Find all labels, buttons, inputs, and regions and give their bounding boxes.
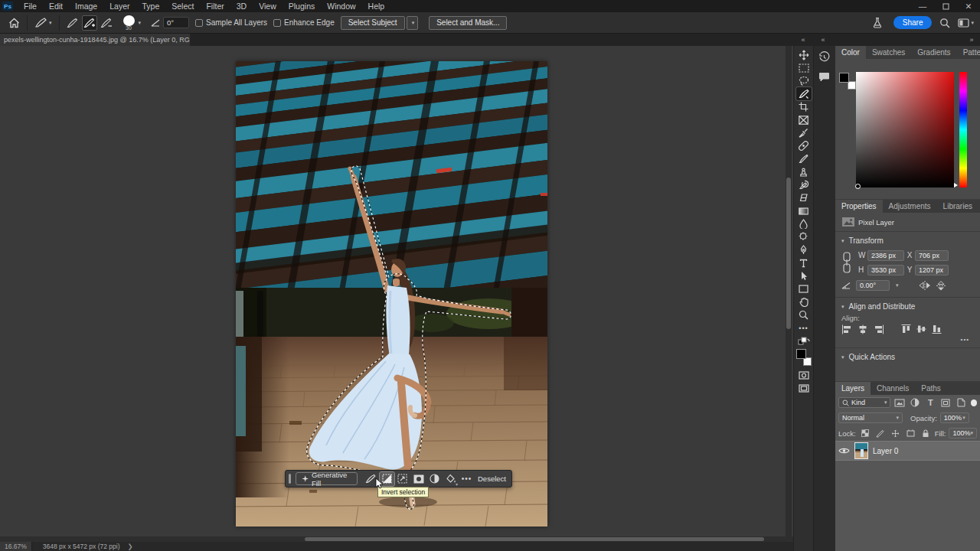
home-icon[interactable] <box>6 15 22 31</box>
menu-layer[interactable]: Layer <box>103 0 136 12</box>
width-field[interactable]: 2386 px <box>867 250 904 261</box>
document-tab[interactable]: pexels-wellington-cunha-1918445.jpg @ 16… <box>0 34 190 46</box>
tab-properties[interactable]: Properties <box>835 200 883 213</box>
menu-file[interactable]: File <box>18 0 43 12</box>
edit-toolbar-icon[interactable]: ••• <box>796 321 812 334</box>
lock-position-icon[interactable] <box>889 428 901 439</box>
taskbar-grip-handle[interactable] <box>289 474 291 484</box>
sample-all-layers-checkbox[interactable] <box>195 19 203 27</box>
menu-plugins[interactable]: Plugins <box>283 0 321 12</box>
vertical-scrollbar-thumb[interactable] <box>786 178 791 329</box>
add-to-selection-brush-icon[interactable] <box>82 15 97 31</box>
beta-features-icon[interactable] <box>872 17 883 28</box>
subtract-from-selection-brush-icon[interactable] <box>99 15 114 31</box>
align-left-icon[interactable] <box>841 324 852 334</box>
menu-edit[interactable]: Edit <box>43 0 69 12</box>
path-select-tool[interactable] <box>796 269 812 282</box>
clone-stamp-tool[interactable] <box>796 165 812 178</box>
shape-tool[interactable] <box>796 282 812 295</box>
link-dimensions-icon[interactable] <box>841 249 852 276</box>
tab-gradients[interactable]: Gradients <box>911 46 956 59</box>
layer-thumbnail[interactable] <box>854 442 868 459</box>
maximize-icon[interactable] <box>934 0 957 12</box>
filter-type-layers-icon[interactable]: T <box>924 397 936 408</box>
menu-type[interactable]: Type <box>136 0 165 12</box>
tab-channels[interactable]: Channels <box>871 382 915 395</box>
brush-size-picker[interactable]: 30 <box>121 15 137 31</box>
select-and-mask-button[interactable]: Select and Mask... <box>429 16 507 30</box>
hue-slider[interactable] <box>959 72 967 187</box>
quick-actions-header[interactable]: ▾ Quick Actions <box>835 348 980 364</box>
filter-adjustment-layers-icon[interactable] <box>909 397 921 408</box>
angle-field[interactable]: 0° <box>163 17 189 28</box>
flip-horizontal-icon[interactable] <box>919 281 931 290</box>
tab-layers[interactable]: Layers <box>835 382 871 395</box>
menu-filter[interactable]: Filter <box>200 0 230 12</box>
history-brush-tool[interactable] <box>796 178 812 191</box>
lock-artboard-icon[interactable] <box>904 428 916 439</box>
transform-selection-icon[interactable] <box>396 472 410 486</box>
y-field[interactable]: 1207 px <box>915 265 949 276</box>
filter-shape-layers-icon[interactable] <box>939 397 952 408</box>
align-center-horizontal-icon[interactable] <box>858 324 868 334</box>
tab-color[interactable]: Color <box>835 46 866 59</box>
foreground-background-swatches[interactable] <box>796 349 812 366</box>
vertical-scrollbar[interactable] <box>786 46 792 536</box>
deselect-button[interactable]: Deselect <box>475 474 511 483</box>
horizontal-scrollbar[interactable] <box>0 536 793 542</box>
layer-filter-kind[interactable]: Kind ▾ <box>838 397 890 408</box>
menu-view[interactable]: View <box>253 0 283 12</box>
layer-row[interactable]: Layer 0 <box>835 441 980 461</box>
hue-slider-marker[interactable] <box>954 183 958 187</box>
select-subject-dropdown[interactable]: ▾ <box>407 16 419 30</box>
flip-vertical-icon[interactable] <box>936 281 946 291</box>
zoom-tool[interactable] <box>796 308 812 321</box>
chevron-down-icon[interactable]: ▾ <box>896 282 899 289</box>
close-icon[interactable]: ✕ <box>957 0 980 12</box>
new-selection-brush-icon[interactable] <box>65 15 80 31</box>
horizontal-scrollbar-thumb[interactable] <box>305 537 764 541</box>
canvas-image[interactable] <box>236 61 547 527</box>
generative-fill-button[interactable]: Generative Fill <box>296 472 358 485</box>
frame-tool[interactable] <box>796 113 812 126</box>
color-panel-swatches[interactable] <box>839 73 856 90</box>
gradient-tool[interactable] <box>796 204 812 217</box>
adjustment-layer-icon[interactable] <box>427 472 442 486</box>
create-mask-icon[interactable] <box>412 472 426 486</box>
fill-selection-icon[interactable]: ▾ <box>443 472 458 486</box>
spot-healing-brush-tool[interactable] <box>796 139 812 152</box>
move-tool[interactable] <box>796 48 812 61</box>
collapse-toolbar-icon[interactable]: « <box>796 34 810 46</box>
opacity-field[interactable]: 100%▾ <box>940 412 969 423</box>
menu-help[interactable]: Help <box>362 0 391 12</box>
filter-smart-objects-icon[interactable] <box>955 397 967 408</box>
collapse-iconstrip-icon[interactable]: « <box>816 34 830 46</box>
minimize-icon[interactable]: — <box>911 0 934 12</box>
eyedropper-tool[interactable] <box>796 126 812 139</box>
share-button[interactable]: Share <box>893 16 933 29</box>
menu-image[interactable]: Image <box>69 0 103 12</box>
visibility-eye-icon[interactable] <box>838 447 850 455</box>
zoom-level-field[interactable]: 16.67% <box>0 542 32 551</box>
align-more-options[interactable]: ••• <box>835 336 980 347</box>
select-subject-button[interactable]: Select Subject <box>341 16 405 30</box>
chevron-down-icon[interactable]: ▾ <box>139 20 142 26</box>
selection-brush-tool[interactable] <box>796 87 812 100</box>
workspace-switcher-icon[interactable]: ▾ <box>958 18 974 28</box>
lasso-tool[interactable] <box>796 74 812 87</box>
lock-pixels-icon[interactable] <box>874 428 887 439</box>
filter-pixel-layers-icon[interactable] <box>893 397 906 408</box>
search-icon[interactable] <box>939 18 950 28</box>
hand-tool[interactable] <box>796 295 812 308</box>
align-bottom-icon[interactable] <box>932 324 942 334</box>
swap-colors-icon[interactable] <box>796 334 812 347</box>
marquee-tool[interactable] <box>796 61 812 74</box>
menu-select[interactable]: Select <box>165 0 200 12</box>
align-right-icon[interactable] <box>874 324 884 334</box>
rotation-field[interactable]: 0.00° <box>856 280 890 291</box>
blur-tool[interactable] <box>796 217 812 230</box>
filtering-toggle[interactable] <box>971 399 977 406</box>
foreground-color-swatch[interactable] <box>796 349 806 359</box>
tab-swatches[interactable]: Swatches <box>866 46 911 59</box>
pen-tool[interactable] <box>796 243 812 256</box>
